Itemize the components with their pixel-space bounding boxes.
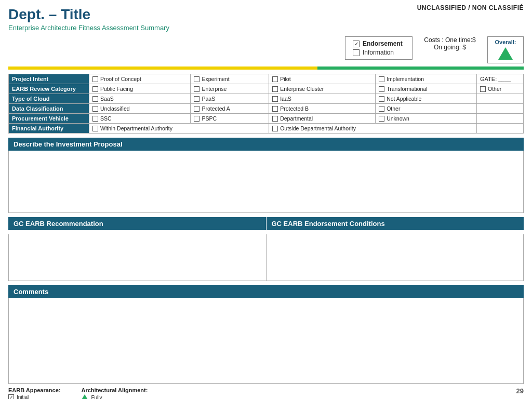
checkbox-saas[interactable] bbox=[92, 96, 98, 102]
header-right: ✓ Endorsement Information Costs : One ti… bbox=[345, 21, 524, 63]
checkbox-outside-dept[interactable] bbox=[272, 126, 278, 131]
checkbox-item[interactable]: Experiment bbox=[194, 76, 265, 82]
checkbox-transformational[interactable] bbox=[379, 86, 384, 92]
comments-header: Comments bbox=[8, 285, 524, 298]
initial-label: Initial bbox=[17, 394, 29, 399]
table-row: EARB Review Category Public Facing Enter… bbox=[9, 84, 524, 94]
checkbox-item[interactable]: Enterprise Cluster bbox=[272, 86, 372, 92]
investment-proposal-header: Describe the Investment Proposal bbox=[8, 138, 524, 151]
table-row: Type of Cloud SaaS PaaS I bbox=[9, 94, 524, 104]
checkbox-within-dept[interactable] bbox=[92, 126, 98, 131]
checkbox-protected-b[interactable] bbox=[272, 106, 278, 112]
checkbox-item[interactable]: Transformational bbox=[379, 86, 473, 92]
checkbox-item[interactable]: Pilot bbox=[272, 76, 372, 82]
checkbox-enterprise[interactable] bbox=[194, 86, 200, 92]
investment-proposal-body[interactable] bbox=[8, 151, 524, 213]
option-label: SSC bbox=[100, 115, 112, 122]
checkbox-item[interactable]: Proof of Concept bbox=[92, 76, 187, 82]
checkbox-cell: Enterprise bbox=[191, 84, 269, 94]
option-label: IaaS bbox=[280, 96, 291, 102]
checkbox-protected-a[interactable] bbox=[194, 106, 200, 112]
checkbox-item[interactable]: SaaS bbox=[92, 96, 187, 102]
checkbox-cell: Other bbox=[477, 84, 524, 94]
page-number: 29 bbox=[516, 387, 524, 395]
information-row[interactable]: Information bbox=[353, 49, 405, 56]
checkbox-cell: SaaS bbox=[89, 94, 191, 104]
option-label: Public Facing bbox=[100, 86, 133, 92]
costs-line2: On going: $ bbox=[419, 44, 481, 51]
checkbox-cell: Unknown bbox=[376, 114, 477, 124]
checkbox-item[interactable]: Outside Departmental Authority bbox=[272, 125, 473, 131]
checkbox-experiment[interactable] bbox=[194, 76, 200, 82]
checkbox-cell: Experiment bbox=[191, 74, 269, 84]
checkbox-item[interactable]: Implementation bbox=[379, 76, 473, 82]
checkbox-departmental[interactable] bbox=[272, 116, 278, 122]
row-label-project-intent: Project Intent bbox=[9, 74, 89, 84]
checkbox-cell: Transformational bbox=[376, 84, 477, 94]
checkbox-pilot[interactable] bbox=[272, 76, 278, 82]
checkbox-ssc[interactable] bbox=[92, 116, 98, 122]
empty-cell bbox=[477, 114, 524, 124]
checkbox-cell: Within Departmental Authority bbox=[89, 124, 269, 134]
checkbox-item[interactable]: PSPC bbox=[194, 115, 265, 122]
checkbox-item[interactable]: Unclassified bbox=[92, 105, 187, 112]
option-label: Unclassified bbox=[100, 105, 130, 112]
table-row: Procurement Vehicle SSC PSPC bbox=[9, 114, 524, 124]
recommendation-body[interactable] bbox=[8, 234, 266, 281]
checkbox-public-facing[interactable] bbox=[92, 86, 98, 92]
option-label: Other bbox=[387, 105, 400, 112]
subtitle: Enterprise Architecture Fitness Assessme… bbox=[8, 24, 345, 32]
checkbox-other-earb[interactable] bbox=[480, 86, 486, 92]
overall-triangle-icon bbox=[498, 47, 513, 60]
initial-item: ✓ Initial bbox=[8, 394, 60, 399]
endorsement-label: Endorsement bbox=[363, 40, 403, 47]
checkbox-iaas[interactable] bbox=[272, 96, 278, 102]
checkbox-item[interactable]: Enterprise bbox=[194, 86, 265, 92]
two-col-headers: GC EARB Recommendation GC EARB Endorseme… bbox=[8, 217, 524, 230]
option-label: Protected B bbox=[280, 105, 309, 112]
option-label: Transformational bbox=[387, 86, 427, 92]
row-label-financial: Financial Authority bbox=[9, 124, 89, 134]
checkbox-enterprise-cluster[interactable] bbox=[272, 86, 278, 92]
checkbox-item[interactable]: Protected A bbox=[194, 105, 265, 112]
checkbox-item[interactable]: Other bbox=[480, 86, 520, 92]
checkbox-paas[interactable] bbox=[194, 96, 200, 102]
option-label: Experiment bbox=[202, 76, 229, 82]
checkbox-pspc[interactable] bbox=[194, 116, 200, 122]
empty-cell bbox=[477, 104, 524, 114]
checkbox-proof-of-concept[interactable] bbox=[92, 76, 98, 82]
fully-label: Fully bbox=[91, 395, 102, 400]
divider-bar bbox=[8, 66, 524, 70]
checkbox-item[interactable]: Not Applicable bbox=[379, 96, 473, 102]
checkbox-cell: Other bbox=[376, 104, 477, 114]
checkbox-item[interactable]: Within Departmental Authority bbox=[92, 125, 265, 131]
option-label: Pilot bbox=[280, 76, 290, 82]
checkbox-item[interactable]: Protected B bbox=[272, 105, 372, 112]
checkbox-other-data[interactable] bbox=[379, 106, 384, 112]
option-label: Within Departmental Authority bbox=[100, 125, 172, 131]
comments-body[interactable] bbox=[8, 298, 524, 384]
checkbox-item[interactable]: IaaS bbox=[272, 96, 372, 102]
fully-triangle-icon bbox=[81, 394, 88, 399]
checkbox-item[interactable]: SSC bbox=[92, 115, 187, 122]
endorsement-checkbox[interactable]: ✓ bbox=[353, 41, 360, 47]
checkbox-not-applicable[interactable] bbox=[379, 96, 384, 102]
initial-checkbox[interactable]: ✓ bbox=[8, 394, 14, 399]
option-label: Unknown bbox=[387, 115, 409, 122]
checkbox-unclassified[interactable] bbox=[92, 106, 98, 112]
information-checkbox[interactable] bbox=[353, 49, 360, 56]
checkbox-item[interactable]: Other bbox=[379, 105, 473, 112]
checkbox-cell: Public Facing bbox=[89, 84, 191, 94]
checkbox-unknown[interactable] bbox=[379, 116, 384, 122]
option-label: PaaS bbox=[202, 96, 215, 102]
checkbox-item[interactable]: PaaS bbox=[194, 96, 265, 102]
endorsement-row[interactable]: ✓ Endorsement bbox=[353, 40, 405, 47]
option-label: Other bbox=[488, 86, 501, 92]
checkbox-item[interactable]: Departmental bbox=[272, 115, 372, 122]
checkbox-item[interactable]: Public Facing bbox=[92, 86, 187, 92]
endorsement-conditions-body[interactable] bbox=[266, 234, 524, 281]
checkbox-implementation[interactable] bbox=[379, 76, 384, 82]
arch-alignment-title: Architectural Alignment: bbox=[81, 387, 148, 393]
checkbox-item[interactable]: Unknown bbox=[379, 115, 473, 122]
checkbox-cell: Departmental bbox=[269, 114, 376, 124]
